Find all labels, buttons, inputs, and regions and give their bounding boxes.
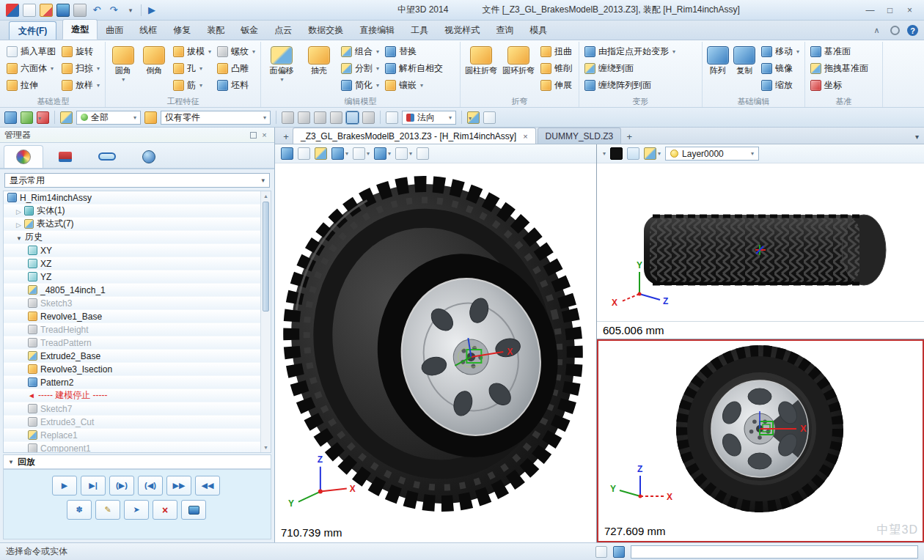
- replay-step-button[interactable]: ▶|: [81, 476, 106, 495]
- simplify-button[interactable]: 简化: [339, 77, 381, 94]
- emboss-button[interactable]: 凸雕: [215, 60, 257, 77]
- new-tab-button[interactable]: +: [623, 129, 636, 144]
- hole-button[interactable]: 孔: [171, 60, 213, 77]
- tree-item-component1[interactable]: Component1: [4, 442, 260, 453]
- tab-direct-edit[interactable]: 直接编辑: [351, 21, 403, 40]
- close-button[interactable]: ×: [900, 3, 920, 18]
- shaded-view-icon[interactable]: [331, 147, 344, 160]
- close-panel-icon[interactable]: ×: [259, 130, 270, 141]
- redo-icon[interactable]: ↷: [107, 4, 120, 17]
- replay-edit-button[interactable]: ✎: [95, 500, 120, 520]
- float-panel-icon[interactable]: [248, 130, 259, 141]
- scroll-down-icon[interactable]: ▼: [261, 443, 271, 452]
- document-tab-active[interactable]: _Z3_GL_BrakesModelB_2013.Z3 - [H_Rim14in…: [293, 128, 536, 144]
- tire-3d-model[interactable]: X Z X Y: [275, 163, 596, 542]
- viewport-side-view[interactable]: Y Z X 605.006 mm: [597, 163, 924, 339]
- add-entity-icon[interactable]: [21, 111, 33, 124]
- input-mode-icon[interactable]: [613, 546, 625, 558]
- inlay-button[interactable]: 镶嵌: [383, 77, 445, 94]
- replay-cancel-button[interactable]: ×: [153, 500, 177, 520]
- replay-fast-forward-button[interactable]: ▶▶: [166, 476, 191, 495]
- save-icon[interactable]: [56, 4, 70, 17]
- tree-item-sketch3[interactable]: Sketch3: [4, 297, 260, 310]
- cylindrical-bend-button[interactable]: 圆柱折弯: [463, 43, 499, 96]
- selection-list-icon[interactable]: [37, 111, 49, 124]
- tree-item-plane-xy[interactable]: XY: [4, 244, 260, 257]
- wrap-array-to-face-button[interactable]: 缠绕阵列到面: [582, 77, 678, 94]
- collapse-ribbon-icon[interactable]: ∧: [870, 24, 883, 37]
- scroll-up-icon[interactable]: ▲: [261, 191, 271, 201]
- tab-repair[interactable]: 修复: [165, 21, 199, 40]
- eraser-icon[interactable]: [298, 147, 310, 160]
- scope-filter-select[interactable]: 全部: [76, 111, 141, 125]
- tab-wireframe[interactable]: 线框: [131, 21, 165, 40]
- chamfer-button[interactable]: 倒角: [139, 43, 168, 96]
- expand-arrow-icon[interactable]: [16, 206, 21, 216]
- open-file-icon[interactable]: [40, 4, 53, 17]
- copy-button[interactable]: 复制: [732, 43, 756, 96]
- move-button[interactable]: 移动: [759, 43, 802, 60]
- taper-button[interactable]: 锥削: [538, 60, 574, 77]
- entity-type-filter-select[interactable]: 仅有零件: [161, 111, 271, 125]
- replay-play-back-button[interactable]: (◀): [138, 476, 163, 495]
- collapse-arrow-icon[interactable]: [16, 232, 22, 243]
- sweep-button[interactable]: 扫掠: [59, 60, 102, 77]
- tree-item-pattern2[interactable]: Pattern2: [4, 376, 260, 389]
- tree-item-treadheight[interactable]: TreadHeight: [4, 323, 260, 336]
- insert-sketch-button[interactable]: 插入草图: [4, 43, 58, 60]
- box-button[interactable]: 六面体: [4, 60, 58, 77]
- combine-button[interactable]: 组合: [339, 43, 381, 60]
- loft-button[interactable]: 放样: [59, 77, 102, 94]
- tab-visual-style[interactable]: 视觉样式: [436, 21, 488, 40]
- normal-direction-select[interactable]: 法向: [402, 111, 456, 125]
- walkthrough-icon[interactable]: [281, 147, 293, 160]
- tab-mold[interactable]: 模具: [521, 21, 555, 40]
- tree-item-plane-yz[interactable]: YZ: [4, 270, 260, 284]
- thread-button[interactable]: 螺纹: [215, 43, 257, 60]
- filter-component-icon[interactable]: [346, 111, 359, 124]
- prompt-toggle-icon[interactable]: [595, 546, 607, 558]
- undo-icon[interactable]: ↶: [90, 4, 103, 17]
- pattern-button[interactable]: 阵列: [705, 43, 730, 96]
- drag-datum-button[interactable]: 拖拽基准面: [808, 60, 870, 77]
- extrude-button[interactable]: 拉伸: [4, 77, 58, 94]
- tab-tools[interactable]: 工具: [403, 21, 436, 40]
- minimize-button[interactable]: —: [860, 3, 880, 18]
- mirror-button[interactable]: 镜像: [759, 60, 802, 77]
- replay-play-button[interactable]: ▶: [52, 476, 77, 495]
- quick-pick-icon[interactable]: [483, 111, 496, 124]
- tree-item-extrude3[interactable]: Extrude3_Cut: [4, 416, 260, 429]
- help-icon[interactable]: ?: [907, 25, 918, 36]
- toroidal-bend-button[interactable]: 圆环折弯: [501, 43, 536, 96]
- layer-visibility-bulb-icon[interactable]: [670, 150, 678, 158]
- history-manager-tab[interactable]: [4, 145, 43, 168]
- tree-item-plane-xz[interactable]: XZ: [4, 257, 260, 270]
- background-color-swatch[interactable]: [610, 147, 623, 160]
- replace-button[interactable]: 替换: [383, 43, 445, 60]
- stock-button[interactable]: 坯料: [215, 77, 257, 94]
- new-document-icon[interactable]: [23, 4, 36, 17]
- shell-button[interactable]: 抽壳: [301, 43, 337, 96]
- view-orientation-icon[interactable]: [374, 147, 386, 160]
- replay-rewind-button[interactable]: ◀◀: [195, 476, 220, 495]
- viewport-front-view-active[interactable]: X Z Y X: [597, 339, 924, 542]
- assembly-manager-tab[interactable]: [45, 145, 85, 168]
- divide-button[interactable]: 分割: [339, 60, 381, 77]
- file-menu-button[interactable]: 文件(F): [9, 21, 56, 40]
- new-tab-button[interactable]: +: [279, 129, 293, 144]
- tree-item-treadpattern[interactable]: TreadPattern: [4, 336, 260, 350]
- draft-button[interactable]: 拔模: [171, 43, 213, 60]
- twist-button[interactable]: 扭曲: [538, 43, 574, 60]
- tree-item-sketch7[interactable]: Sketch7: [4, 402, 260, 416]
- display-mode-icon[interactable]: [315, 147, 327, 160]
- close-tab-icon[interactable]: ×: [523, 132, 527, 141]
- wrap-to-face-button[interactable]: 缠绕到面: [582, 60, 678, 77]
- run-icon[interactable]: ▶: [145, 4, 158, 17]
- color-filter-icon[interactable]: [60, 111, 73, 124]
- tab-shape[interactable]: 造型: [62, 19, 98, 40]
- flag-filter-icon[interactable]: [467, 111, 480, 124]
- tree-item-expressions[interactable]: 表达式(7): [4, 218, 260, 231]
- datum-plane-button[interactable]: 基准面: [808, 43, 870, 60]
- tree-scrollbar[interactable]: ▲ ▼: [260, 191, 271, 452]
- viewport-main-3d[interactable]: ▾ ▾ ▾ ▾: [275, 144, 597, 542]
